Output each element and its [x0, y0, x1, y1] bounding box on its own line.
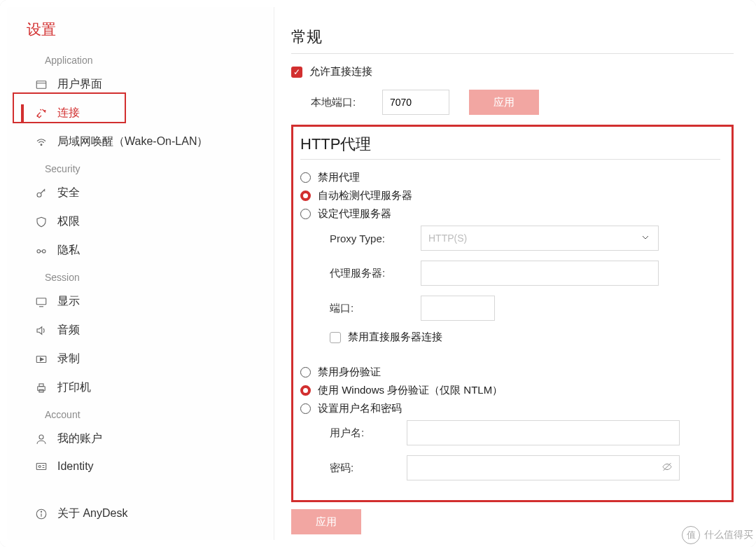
- sidebar-item-label: 录制: [57, 352, 80, 366]
- disable-direct-server-row[interactable]: 禁用直接服务器连接: [300, 331, 720, 344]
- sidebar-item-about[interactable]: 关于 AnyDesk: [7, 499, 274, 528]
- sidebar-item-label: 隐私: [57, 243, 80, 258]
- watermark-text: 什么值得买: [704, 529, 753, 541]
- info-icon: [35, 508, 48, 520]
- allow-direct-row[interactable]: 允许直接连接: [291, 65, 734, 78]
- auth-disable-radio-row[interactable]: 禁用身份验证: [300, 366, 720, 379]
- speaker-icon: [35, 324, 48, 337]
- proxy-set-label: 设定代理服务器: [318, 207, 391, 221]
- id-card-icon: [35, 460, 48, 473]
- proxy-port-input[interactable]: [421, 296, 495, 321]
- monitor-icon: [35, 296, 48, 308]
- sidebar-item-connection[interactable]: 连接: [7, 99, 274, 127]
- ui-icon: [35, 78, 48, 91]
- svg-rect-16: [36, 464, 46, 470]
- password-input[interactable]: [407, 455, 680, 480]
- proxy-type-select[interactable]: HTTP(S): [421, 226, 659, 251]
- svg-point-22: [41, 511, 41, 512]
- proxy-type-value: HTTP(S): [428, 233, 467, 244]
- sidebar-item-label: 连接: [57, 106, 80, 120]
- sidebar-item-label: 局域网唤醒（Wake-On-LAN）: [57, 134, 208, 149]
- sidebar-item-label: 权限: [57, 214, 80, 229]
- http-proxy-section: HTTP代理 禁用代理 自动检测代理服务器 设定代理服务器 Proxy Type…: [291, 125, 734, 502]
- connection-icon: [35, 107, 48, 120]
- section-session: Session: [7, 272, 274, 283]
- person-icon: [35, 433, 48, 445]
- shield-icon: [35, 216, 48, 228]
- local-port-label: 本地端口:: [311, 96, 382, 109]
- sidebar-item-label: 打印机: [57, 380, 91, 395]
- svg-rect-12: [38, 386, 46, 390]
- auth-disable-label: 禁用身份验证: [318, 366, 381, 379]
- sidebar-item-label: 显示: [57, 294, 80, 309]
- sidebar-item-display[interactable]: 显示: [7, 287, 274, 316]
- allow-direct-label: 允许直接连接: [309, 65, 372, 78]
- record-icon: [35, 353, 48, 366]
- apply-button-general[interactable]: 应用: [469, 90, 539, 115]
- svg-point-3: [45, 110, 46, 111]
- svg-rect-13: [39, 384, 43, 387]
- radio-icon[interactable]: [300, 385, 311, 396]
- disable-direct-server-checkbox[interactable]: [330, 332, 341, 343]
- radio-icon[interactable]: [300, 367, 311, 378]
- watermark-icon: 值: [682, 526, 700, 544]
- general-title: 常规: [291, 27, 734, 48]
- settings-title: 设置: [7, 20, 274, 39]
- sidebar-item-privacy[interactable]: 隐私: [7, 236, 274, 265]
- proxy-disable-radio-row[interactable]: 禁用代理: [300, 171, 720, 184]
- proxy-title: HTTP代理: [300, 134, 720, 155]
- sidebar-item-audio[interactable]: 音频: [7, 316, 274, 345]
- proxy-set-radio-row[interactable]: 设定代理服务器: [300, 207, 720, 221]
- radio-icon[interactable]: [300, 191, 311, 201]
- svg-point-2: [37, 116, 38, 117]
- allow-direct-checkbox[interactable]: [291, 67, 302, 78]
- username-input[interactable]: [407, 420, 680, 445]
- sidebar-item-safety[interactable]: 安全: [7, 179, 274, 207]
- proxy-disable-label: 禁用代理: [318, 171, 360, 184]
- proxy-port-label: 端口:: [330, 302, 421, 315]
- sidebar-item-record[interactable]: 录制: [7, 345, 274, 373]
- sidebar-item-ui[interactable]: 用户界面: [7, 70, 274, 99]
- proxy-server-label: 代理服务器:: [330, 267, 421, 280]
- proxy-auto-radio-row[interactable]: 自动检测代理服务器: [300, 189, 720, 202]
- key-icon: [35, 187, 48, 200]
- svg-point-4: [41, 144, 42, 145]
- pw-label: 密码:: [330, 462, 407, 475]
- sidebar-item-myaccount[interactable]: 我的账户: [7, 424, 274, 453]
- sidebar-item-wol[interactable]: 局域网唤醒（Wake-On-LAN）: [7, 127, 274, 156]
- sidebar-item-permissions[interactable]: 权限: [7, 207, 274, 236]
- watermark: 值 什么值得买: [682, 526, 753, 544]
- radio-icon[interactable]: [300, 172, 311, 183]
- disable-direct-server-label: 禁用直接服务器连接: [348, 331, 442, 344]
- radio-icon[interactable]: [300, 403, 311, 414]
- proxy-server-input[interactable]: [421, 261, 659, 286]
- svg-point-7: [43, 249, 46, 253]
- proxy-auto-label: 自动检测代理服务器: [318, 189, 412, 202]
- eye-icon[interactable]: [662, 462, 673, 475]
- auth-windows-radio-row[interactable]: 使用 Windows 身份验证（仅限 NTLM）: [300, 384, 720, 397]
- sidebar-item-identity[interactable]: Identity: [7, 453, 274, 480]
- svg-marker-11: [41, 357, 44, 361]
- section-account: Account: [7, 409, 274, 420]
- section-security: Security: [7, 163, 274, 174]
- wifi-icon: [35, 136, 48, 148]
- main-panel: 常规 允许直接连接 本地端口: 应用 HTTP代理 禁用代理 自动检测代理服务器: [274, 7, 749, 540]
- svg-rect-0: [36, 81, 46, 88]
- user-label: 用户名:: [330, 427, 407, 440]
- sidebar-item-label: 安全: [57, 186, 80, 200]
- auth-set-radio-row[interactable]: 设置用户名和密码: [300, 402, 720, 415]
- chevron-down-icon: [640, 232, 651, 245]
- apply-button-proxy[interactable]: 应用: [291, 509, 361, 534]
- svg-point-15: [39, 435, 43, 439]
- auth-windows-label: 使用 Windows 身份验证（仅限 NTLM）: [318, 384, 503, 397]
- svg-rect-8: [36, 298, 46, 304]
- printer-icon: [35, 382, 48, 394]
- sidebar-item-label: 用户界面: [57, 77, 102, 92]
- local-port-input[interactable]: [382, 90, 449, 115]
- sidebar-item-printer[interactable]: 打印机: [7, 373, 274, 402]
- svg-point-17: [38, 466, 41, 468]
- sidebar-item-label: Identity: [57, 460, 94, 473]
- glasses-icon: [35, 244, 48, 257]
- radio-icon[interactable]: [300, 209, 311, 219]
- sidebar-item-label: 关于 AnyDesk: [57, 506, 127, 521]
